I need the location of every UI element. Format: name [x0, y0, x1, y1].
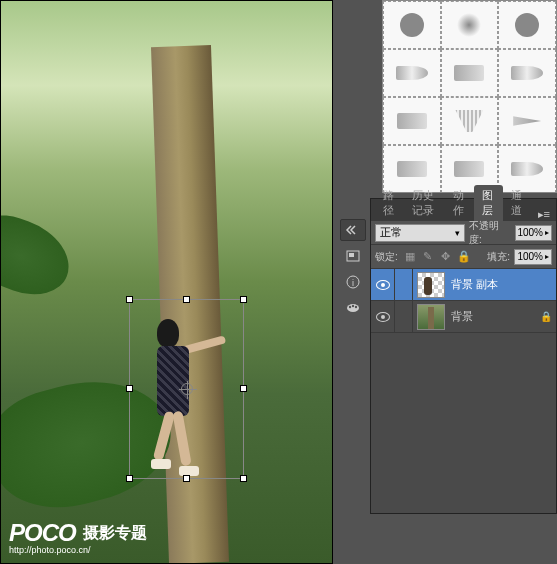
- layer-visibility-toggle[interactable]: [371, 269, 395, 300]
- transform-handle-middle-left[interactable]: [126, 385, 133, 392]
- lock-icon: 🔒: [536, 311, 556, 322]
- panel-menu-button[interactable]: ▸≡: [532, 208, 556, 221]
- transform-handle-bottom-center[interactable]: [183, 475, 190, 482]
- layer-name[interactable]: 背景 副本: [449, 277, 556, 292]
- lock-fill-row: 锁定: ▦ ✎ ✥ 🔒 填充: 100%: [371, 245, 556, 269]
- eye-icon: [376, 280, 390, 290]
- blend-opacity-row: 正常 不透明度: 100%: [371, 221, 556, 245]
- fill-label: 填充:: [487, 250, 510, 264]
- watermark-logo: POCO: [9, 519, 76, 547]
- svg-text:i: i: [352, 278, 354, 288]
- layer-row[interactable]: 背景 副本: [371, 269, 556, 301]
- collapsed-panel-dock: i: [338, 215, 368, 323]
- layer-link-column[interactable]: [395, 269, 413, 300]
- svg-rect-1: [349, 253, 354, 257]
- lock-position-icon[interactable]: ✥: [438, 249, 454, 265]
- layers-panel: 路径 历史记录 动作 图层 通道 ▸≡ 正常 不透明度: 100% 锁定: ▦ …: [370, 198, 557, 514]
- free-transform-bounding-box[interactable]: [129, 299, 244, 479]
- svg-point-6: [352, 305, 354, 307]
- watermark-text: 摄影专题: [83, 523, 147, 544]
- swatches-panel-icon[interactable]: [340, 297, 366, 319]
- brush-preset-round-tip[interactable]: [498, 49, 556, 97]
- transform-handle-middle-right[interactable]: [240, 385, 247, 392]
- svg-point-7: [355, 306, 357, 308]
- info-panel-icon[interactable]: i: [340, 271, 366, 293]
- opacity-label: 不透明度:: [469, 219, 511, 247]
- brush-preset-flat[interactable]: [441, 49, 499, 97]
- brush-preset-chisel[interactable]: [383, 49, 441, 97]
- navigator-panel-icon[interactable]: [340, 245, 366, 267]
- transform-handle-top-left[interactable]: [126, 296, 133, 303]
- brush-preset-fan[interactable]: [441, 97, 499, 145]
- layer-list: 背景 副本 背景 🔒: [371, 269, 556, 513]
- transform-handle-top-center[interactable]: [183, 296, 190, 303]
- watermark: POCO 摄影专题 http://photo.poco.cn/: [9, 519, 147, 555]
- lock-pixels-icon[interactable]: ✎: [420, 249, 436, 265]
- layer-visibility-toggle[interactable]: [371, 301, 395, 332]
- lock-all-icon[interactable]: 🔒: [456, 249, 472, 265]
- layer-thumbnail[interactable]: [417, 304, 445, 330]
- layer-list-empty-area[interactable]: [371, 333, 556, 513]
- lock-label: 锁定:: [375, 250, 398, 264]
- expand-dock-button[interactable]: [340, 219, 366, 241]
- transform-handle-bottom-left[interactable]: [126, 475, 133, 482]
- watermark-url: http://photo.poco.cn/: [9, 545, 147, 555]
- brush-preset-hard-round-2[interactable]: [498, 1, 556, 49]
- canvas[interactable]: POCO 摄影专题 http://photo.poco.cn/: [1, 1, 332, 563]
- lock-transparency-icon[interactable]: ▦: [402, 249, 418, 265]
- brush-preset-hard-round[interactable]: [383, 1, 441, 49]
- document-window: POCO 摄影专题 http://photo.poco.cn/: [0, 0, 333, 564]
- tab-history[interactable]: 历史记录: [404, 185, 446, 221]
- transform-handle-top-right[interactable]: [240, 296, 247, 303]
- opacity-input[interactable]: 100%: [515, 225, 552, 241]
- brush-presets-panel: [382, 0, 557, 193]
- layer-link-column[interactable]: [395, 301, 413, 332]
- blend-mode-value: 正常: [380, 225, 402, 240]
- fill-input[interactable]: 100%: [514, 249, 552, 265]
- layer-row[interactable]: 背景 🔒: [371, 301, 556, 333]
- tab-actions[interactable]: 动作: [445, 185, 474, 221]
- blend-mode-select[interactable]: 正常: [375, 224, 465, 242]
- brush-preset-soft-round[interactable]: [441, 1, 499, 49]
- layer-name[interactable]: 背景: [449, 309, 536, 324]
- panel-tab-bar: 路径 历史记录 动作 图层 通道 ▸≡: [371, 199, 556, 221]
- svg-point-5: [349, 306, 351, 308]
- fill-value: 100%: [517, 251, 543, 262]
- brush-preset-cone[interactable]: [498, 97, 556, 145]
- brush-preset-flat-angle[interactable]: [383, 97, 441, 145]
- tab-layers[interactable]: 图层: [474, 185, 503, 221]
- transform-center-point[interactable]: [181, 383, 193, 395]
- opacity-value: 100%: [517, 227, 543, 238]
- lock-buttons: ▦ ✎ ✥ 🔒: [402, 249, 472, 265]
- tab-paths[interactable]: 路径: [375, 185, 404, 221]
- eye-icon: [376, 312, 390, 322]
- tab-channels[interactable]: 通道: [503, 185, 532, 221]
- transform-handle-bottom-right[interactable]: [240, 475, 247, 482]
- layer-thumbnail[interactable]: [417, 272, 445, 298]
